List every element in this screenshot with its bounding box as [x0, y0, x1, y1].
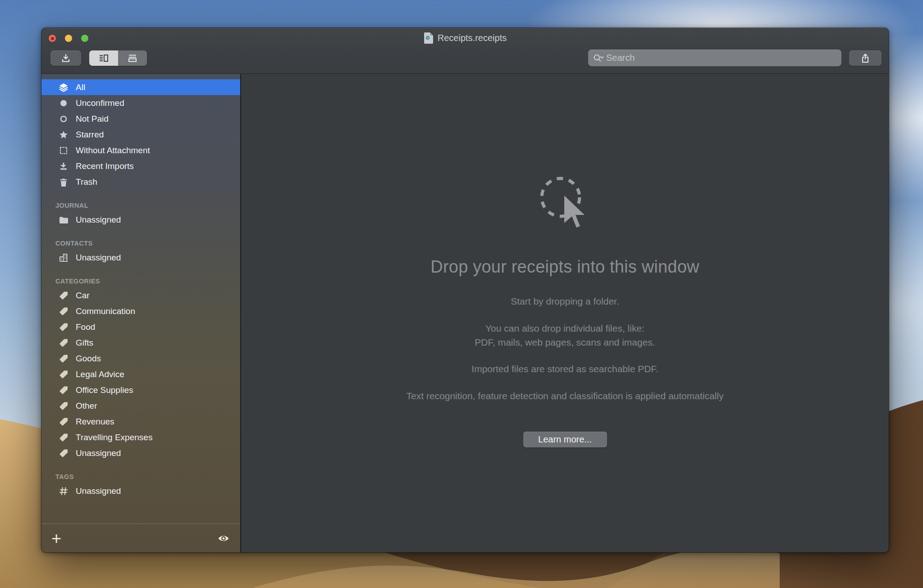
- view-mode-segmented-control: [89, 50, 147, 66]
- sidebar-item-label: Goods: [76, 354, 101, 364]
- sidebar-item-label: Unassigned: [76, 486, 121, 496]
- share-icon: [860, 53, 871, 64]
- tag-icon: [57, 432, 70, 443]
- search-field[interactable]: [588, 50, 841, 66]
- sidebar-item-not-paid[interactable]: Not Paid: [41, 111, 240, 127]
- sidebar-item-label: Travelling Expenses: [76, 433, 152, 442]
- sidebar-section-journal: JOURNAL: [41, 196, 240, 212]
- sidebar-item-category-gifts[interactable]: Gifts: [41, 335, 240, 351]
- sidebar-item-label: Gifts: [76, 338, 93, 348]
- sidebar-item-tags-unassigned[interactable]: Unassigned: [41, 483, 240, 499]
- window-title: Receipts.receipts: [41, 32, 889, 44]
- sidebar-item-contacts-unassigned[interactable]: Unassigned: [41, 250, 240, 265]
- sidebar-section-contacts: CONTACTS: [41, 234, 240, 250]
- search-input[interactable]: [606, 53, 837, 63]
- drop-instruction-files-2: PDF, mails, web pages, scans and images.: [241, 337, 889, 348]
- sidebar-item-label: Food: [76, 322, 95, 332]
- sidebar-item-without-attachment[interactable]: Without Attachment: [41, 142, 240, 158]
- sidebar-item-category-car[interactable]: Car: [41, 287, 240, 303]
- import-button[interactable]: [50, 50, 81, 66]
- import-icon: [60, 53, 71, 64]
- sidebar-item-label: Starred: [76, 130, 104, 140]
- titlebar: Receipts.receipts: [41, 28, 889, 74]
- ring-icon: [57, 114, 70, 124]
- tag-icon: [57, 306, 70, 317]
- sidebar-item-starred[interactable]: Starred: [41, 127, 240, 142]
- sidebar-item-label: Revenues: [76, 417, 114, 427]
- sidebar: All Unconfirmed Not Paid: [41, 74, 240, 552]
- sidebar-item-category-travelling-expenses[interactable]: Travelling Expenses: [41, 429, 240, 445]
- hash-icon: [57, 486, 70, 497]
- drop-instruction-files-1: You can also drop individual files, like…: [241, 323, 889, 334]
- dotted-square-icon: [57, 145, 70, 156]
- sidebar-section-categories: CATEGORIES: [41, 272, 240, 287]
- sidebar-item-label: Unassigned: [76, 253, 121, 263]
- add-button[interactable]: +: [51, 532, 61, 545]
- window-title-text: Receipts.receipts: [438, 33, 507, 43]
- sidebar-item-label: Recent Imports: [76, 161, 134, 171]
- tag-icon: [57, 337, 70, 348]
- drop-instruction-folder: Start by dropping a folder.: [241, 296, 889, 307]
- layers-icon: [57, 82, 70, 93]
- sidebar-item-label: All: [76, 82, 85, 92]
- learn-more-button[interactable]: Learn more...: [523, 432, 607, 447]
- sidebar-item-label: Without Attachment: [76, 146, 150, 155]
- app-window: Receipts.receipts: [41, 28, 889, 552]
- sidebar-item-label: Unassigned: [76, 448, 121, 458]
- rows-icon: [127, 53, 138, 64]
- star-icon: [57, 129, 70, 140]
- sidebar-item-unconfirmed[interactable]: Unconfirmed: [41, 95, 240, 111]
- sidebar-item-category-food[interactable]: Food: [41, 319, 240, 335]
- sidebar-item-category-goods[interactable]: Goods: [41, 351, 240, 366]
- tag-icon: [57, 401, 70, 411]
- sidebar-item-label: Office Supplies: [76, 385, 133, 395]
- filled-circle-icon: [57, 98, 70, 109]
- trash-icon: [57, 177, 70, 187]
- tag-icon: [57, 416, 70, 427]
- view-list-preview-button[interactable]: [89, 50, 118, 66]
- sidebar-item-category-communication[interactable]: Communication: [41, 303, 240, 319]
- document-icon: [424, 32, 434, 44]
- tag-icon: [57, 385, 70, 396]
- sidebar-item-trash[interactable]: Trash: [41, 174, 240, 190]
- folder-icon: [57, 214, 70, 225]
- view-rows-button[interactable]: [118, 50, 147, 66]
- sidebar-footer: +: [41, 524, 240, 552]
- sidebar-item-category-unassigned[interactable]: Unassigned: [41, 445, 240, 461]
- window-content: All Unconfirmed Not Paid: [41, 74, 889, 552]
- eye-icon: [217, 533, 230, 543]
- sidebar-item-label: Car: [76, 291, 90, 301]
- tag-icon: [57, 353, 70, 364]
- drop-instruction-auto: Text recognition, feature detection and …: [241, 391, 889, 401]
- tag-icon: [57, 448, 70, 459]
- sidebar-item-label: Unconfirmed: [76, 98, 124, 108]
- drop-instruction-pdf: Imported files are stored as searchable …: [241, 364, 889, 374]
- drop-zone[interactable]: Drop your receipts into this window Star…: [241, 74, 889, 552]
- sidebar-item-label: Communication: [76, 306, 135, 316]
- sidebar-item-recent-imports[interactable]: Recent Imports: [41, 158, 240, 174]
- sidebar-item-category-other[interactable]: Other: [41, 398, 240, 414]
- visibility-button[interactable]: [217, 533, 230, 543]
- sidebar-item-category-revenues[interactable]: Revenues: [41, 414, 240, 429]
- tag-icon: [57, 369, 70, 380]
- sidebar-item-label: Unassigned: [76, 215, 121, 225]
- buildings-icon: [57, 252, 70, 263]
- download-icon: [57, 161, 70, 172]
- list-preview-icon: [98, 53, 109, 64]
- tag-icon: [57, 322, 70, 333]
- search-icon: [593, 53, 604, 63]
- sidebar-item-label: Legal Advice: [76, 369, 124, 379]
- drop-heading: Drop your receipts into this window: [241, 257, 889, 277]
- sidebar-item-label: Trash: [76, 177, 97, 187]
- sidebar-item-label: Not Paid: [76, 114, 109, 124]
- sidebar-item-label: Other: [76, 401, 97, 411]
- sidebar-item-all[interactable]: All: [41, 79, 240, 95]
- sidebar-item-category-office-supplies[interactable]: Office Supplies: [41, 382, 240, 398]
- tag-icon: [57, 290, 70, 301]
- sidebar-section-tags: TAGS: [41, 467, 240, 483]
- sidebar-item-category-legal-advice[interactable]: Legal Advice: [41, 366, 240, 382]
- sidebar-item-journal-unassigned[interactable]: Unassigned: [41, 212, 240, 228]
- share-button[interactable]: [849, 50, 882, 66]
- drop-cursor-icon: [538, 176, 592, 232]
